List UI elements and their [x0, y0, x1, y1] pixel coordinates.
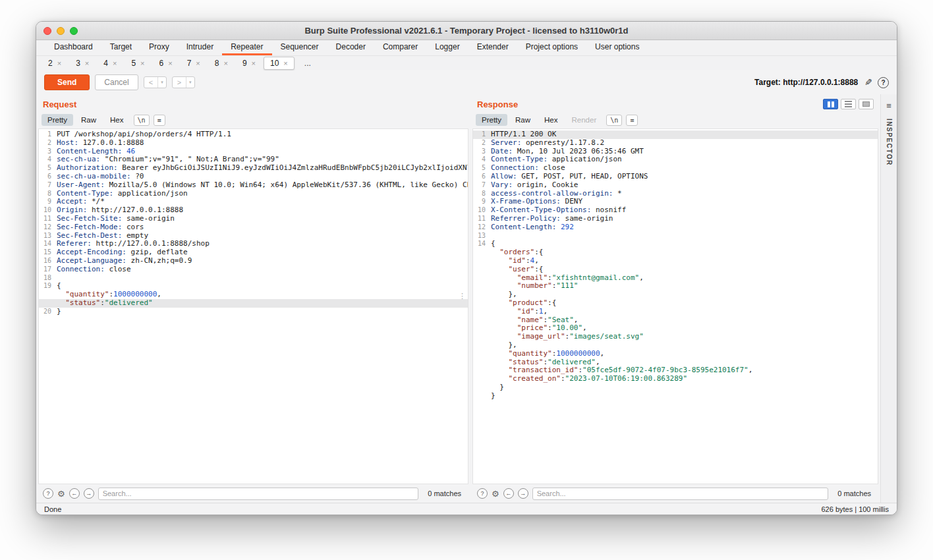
- main-tab-decoder[interactable]: Decoder: [327, 40, 374, 55]
- search-settings-icon[interactable]: ⚙: [492, 490, 499, 498]
- response-code-line[interactable]: "transaction_id":"05fce5df-9072-4f07-9bc…: [473, 366, 878, 375]
- response-code-line[interactable]: "name":"Seat",: [473, 316, 878, 325]
- request-code-line[interactable]: 18: [39, 274, 468, 283]
- minimize-window-button[interactable]: [57, 27, 65, 35]
- response-code-line[interactable]: },: [473, 341, 878, 350]
- response-nonprinting-toggle[interactable]: \n: [606, 115, 622, 126]
- response-code-line[interactable]: "id":4,: [473, 257, 878, 266]
- request-tab-raw[interactable]: Raw: [75, 114, 102, 126]
- response-code-line[interactable]: 5Connection: close: [473, 164, 878, 173]
- search-help-icon[interactable]: ?: [477, 488, 488, 499]
- response-tab-pretty[interactable]: Pretty: [476, 114, 507, 126]
- request-code-line[interactable]: 17Connection: close: [39, 266, 468, 274]
- main-tab-logger[interactable]: Logger: [426, 40, 468, 55]
- response-editor-menu-icon[interactable]: ≡: [626, 115, 638, 126]
- main-tab-user-options[interactable]: User options: [586, 40, 648, 55]
- response-code-line[interactable]: "created_on":"2023-07-10T06:19:00.863289…: [473, 375, 878, 383]
- response-code-line[interactable]: 3Date: Mon, 10 Jul 2023 06:35:46 GMT: [473, 148, 878, 156]
- response-code-line[interactable]: 1HTTP/1.1 200 OK: [473, 130, 878, 139]
- search-next-icon[interactable]: →: [518, 488, 528, 499]
- inspector-sidebar[interactable]: ≡ INSPECTOR: [880, 94, 897, 503]
- response-code-line[interactable]: 7Vary: origin, Cookie: [473, 181, 878, 190]
- request-code-line[interactable]: 2Host: 127.0.0.1:8888: [39, 139, 468, 148]
- request-code-line[interactable]: "quantity":1000000000,: [39, 291, 468, 299]
- request-code-line[interactable]: 19{: [39, 282, 468, 291]
- search-prev-icon[interactable]: ←: [503, 488, 514, 499]
- request-code-line[interactable]: 8Content-Type: application/json: [39, 190, 468, 198]
- close-tab-icon[interactable]: ×: [252, 59, 256, 67]
- response-editor[interactable]: 1HTTP/1.1 200 OK2Server: openresty/1.17.…: [472, 128, 878, 484]
- response-code-line[interactable]: 2Server: openresty/1.17.8.2: [473, 139, 878, 148]
- layout-rows-button[interactable]: [841, 99, 856, 109]
- repeater-tab-2[interactable]: 2×: [42, 57, 68, 70]
- search-next-icon[interactable]: →: [84, 488, 94, 499]
- search-settings-icon[interactable]: ⚙: [57, 490, 65, 498]
- response-code-line[interactable]: "number":"111": [473, 282, 878, 291]
- inspector-menu-icon[interactable]: ≡: [886, 101, 891, 111]
- request-code-line[interactable]: 1PUT /workshop/api/shop/orders/4 HTTP/1.…: [39, 130, 468, 139]
- zoom-window-button[interactable]: [70, 27, 78, 35]
- request-editor-menu-icon[interactable]: ≡: [154, 115, 165, 126]
- close-tab-icon[interactable]: ×: [283, 59, 287, 67]
- repeater-tab-10[interactable]: 10×: [264, 57, 295, 70]
- request-code-line[interactable]: 6sec-ch-ua-mobile: ?0: [39, 173, 468, 181]
- response-code-line[interactable]: "email":"xfishtnt@gmail.com",: [473, 274, 878, 283]
- request-code-line[interactable]: "status":"delivered": [39, 299, 468, 308]
- close-window-button[interactable]: [43, 27, 51, 35]
- history-forward-button[interactable]: >: [173, 77, 186, 88]
- request-code-line[interactable]: 14Referer: http://127.0.0.1:8888/shop: [39, 240, 468, 248]
- history-forward-dropdown-icon[interactable]: ▾: [186, 77, 194, 88]
- response-tab-raw[interactable]: Raw: [509, 114, 536, 126]
- request-nonprinting-toggle[interactable]: \n: [134, 115, 150, 126]
- request-code-line[interactable]: 15Accept-Encoding: gzip, deflate: [39, 248, 468, 257]
- main-tab-intruder[interactable]: Intruder: [178, 40, 222, 55]
- response-code-line[interactable]: },: [473, 291, 878, 299]
- close-tab-icon[interactable]: ×: [57, 59, 61, 67]
- main-tab-target[interactable]: Target: [101, 40, 140, 55]
- layout-single-button[interactable]: [859, 99, 874, 109]
- repeater-tab-6[interactable]: 6×: [153, 57, 179, 70]
- response-code-line[interactable]: "product":{: [473, 299, 878, 308]
- response-code-line[interactable]: 14{: [473, 240, 878, 248]
- repeater-tab-5[interactable]: 5×: [125, 57, 151, 70]
- request-code-line[interactable]: 13Sec-Fetch-Dest: empty: [39, 232, 468, 240]
- repeater-tab-8[interactable]: 8×: [208, 57, 235, 70]
- main-tab-repeater[interactable]: Repeater: [222, 40, 271, 55]
- request-code-line[interactable]: 12Sec-Fetch-Mode: cors: [39, 223, 468, 232]
- request-code-line[interactable]: 7User-Agent: Mozilla/5.0 (Windows NT 10.…: [39, 181, 468, 190]
- response-code-line[interactable]: 10X-Content-Type-Options: nosniff: [473, 206, 878, 215]
- response-code-line[interactable]: 11Referrer-Policy: same-origin: [473, 215, 878, 223]
- request-code-line[interactable]: 3Content-Length: 46: [39, 148, 468, 156]
- repeater-tab-overflow[interactable]: ...: [296, 57, 320, 70]
- main-tab-proxy[interactable]: Proxy: [140, 40, 178, 55]
- request-tab-pretty[interactable]: Pretty: [42, 114, 73, 126]
- search-help-icon[interactable]: ?: [43, 488, 53, 499]
- main-tab-sequencer[interactable]: Sequencer: [272, 40, 327, 55]
- close-tab-icon[interactable]: ×: [85, 59, 89, 67]
- request-code-line[interactable]: 9Accept: */*: [39, 198, 468, 206]
- main-tab-project-options[interactable]: Project options: [517, 40, 586, 55]
- cancel-button[interactable]: Cancel: [95, 74, 138, 90]
- response-code-line[interactable]: 12Content-Length: 292: [473, 223, 878, 232]
- response-code-line[interactable]: }: [473, 383, 878, 392]
- response-code-line[interactable]: "price":"10.00",: [473, 324, 878, 333]
- response-code-line[interactable]: "image_url":"images/seat.svg": [473, 333, 878, 341]
- close-tab-icon[interactable]: ×: [196, 59, 200, 67]
- close-tab-icon[interactable]: ×: [168, 59, 172, 67]
- response-code-line[interactable]: 6Allow: GET, POST, PUT, HEAD, OPTIONS: [473, 173, 878, 181]
- request-code-line[interactable]: 5Authorization: Bearer eyJhbGciOiJSUzI1N…: [39, 164, 468, 173]
- titlebar[interactable]: Burp Suite Professional v2021.6.1 - Temp…: [36, 22, 897, 40]
- repeater-tab-3[interactable]: 3×: [69, 57, 96, 70]
- request-code-line[interactable]: 4sec-ch-ua: "Chromium";v="91", " Not;A B…: [39, 155, 468, 164]
- repeater-tab-4[interactable]: 4×: [97, 57, 123, 70]
- history-back-button[interactable]: <: [144, 77, 157, 88]
- request-code-line[interactable]: 16Accept-Language: zh-CN,zh;q=0.9: [39, 257, 468, 266]
- response-code-line[interactable]: 4Content-Type: application/json: [473, 155, 878, 164]
- request-tab-hex[interactable]: Hex: [104, 114, 129, 126]
- request-code-line[interactable]: 10Origin: http://127.0.0.1:8888: [39, 206, 468, 215]
- request-search-input[interactable]: [98, 488, 419, 500]
- response-code-line[interactable]: }: [473, 392, 878, 401]
- repeater-tab-7[interactable]: 7×: [181, 57, 207, 70]
- search-prev-icon[interactable]: ←: [69, 488, 80, 499]
- repeater-tab-9[interactable]: 9×: [236, 57, 262, 70]
